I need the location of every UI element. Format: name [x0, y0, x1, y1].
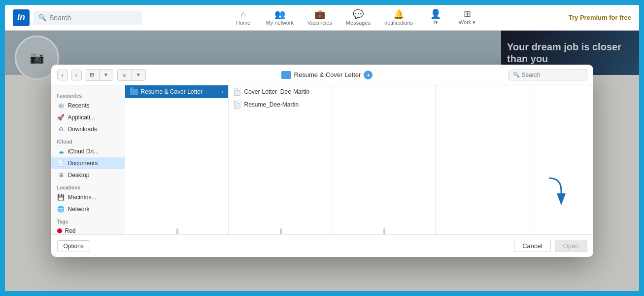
- view-toggle: ⊞ ▾: [85, 69, 113, 81]
- applications-icon: 🚀: [57, 113, 65, 121]
- search-input[interactable]: [49, 14, 137, 22]
- view-list-button[interactable]: ≡: [118, 70, 132, 80]
- doc-icon-cover: [234, 88, 241, 96]
- nav-item-home[interactable]: ⌂ Home: [229, 8, 258, 28]
- file-dialog: ‹ › ⊞ ▾ ≡ ▾ Resume & Cover Letter: [51, 65, 593, 257]
- linkedin-navbar: in 🔍 ⌂ Home 👥 My network 💼 Vacancies: [5, 5, 639, 31]
- file-item-resume-cover[interactable]: Resume & Cover Letter ›: [125, 85, 228, 98]
- sidebar-item-downloads[interactable]: ⊙ Downloads: [51, 123, 125, 135]
- nav-label-vacancies: Vacancies: [307, 20, 332, 26]
- nav-item-messages[interactable]: 💬 Messages: [340, 8, 376, 28]
- sidebar-section-icloud: iCloud: [51, 135, 125, 146]
- dialog-main: Resume & Cover Letter ›: [125, 85, 593, 234]
- nav-label-network: My network: [266, 20, 294, 26]
- back-button[interactable]: ‹: [57, 70, 68, 80]
- linkedin-logo[interactable]: in: [13, 9, 30, 26]
- downloads-icon: ⊙: [57, 125, 65, 133]
- sidebar-section-locations: Locations: [51, 181, 125, 191]
- footer-right: Cancel Open: [514, 240, 587, 252]
- col-resizer-3[interactable]: [383, 228, 385, 234]
- sidebar-item-macintosh[interactable]: 💾 Macintos...: [51, 191, 125, 203]
- view-grid-button[interactable]: ⊞: [85, 70, 99, 80]
- file-item-resume[interactable]: Resume_Dee-Martin: [229, 98, 332, 111]
- nav-item-notifications[interactable]: 🔔 notifications: [378, 8, 419, 28]
- me-icon: 👤: [430, 9, 441, 18]
- search-icon: 🔍: [513, 72, 520, 78]
- folder-icon: [130, 88, 138, 96]
- view-list-toggle: ≡ ▾: [117, 69, 146, 81]
- view-list-dropdown-button[interactable]: ▾: [132, 70, 145, 80]
- downloads-label: Downloads: [68, 126, 97, 133]
- col-resizer-1[interactable]: [176, 228, 178, 234]
- documents-icon: 📄: [57, 159, 65, 167]
- open-button[interactable]: Open: [555, 240, 587, 252]
- sidebar-item-desktop[interactable]: 🖥 Desktop: [51, 169, 125, 181]
- file-label-cover-letter: Cover-Letter_Dee-Martin: [244, 88, 310, 95]
- file-label-resume: Resume_Dee-Martin: [244, 101, 299, 108]
- nav-label-home: Home: [236, 20, 250, 26]
- forward-button[interactable]: ›: [71, 70, 82, 80]
- nav-label-notifications: notifications: [384, 20, 413, 26]
- nav-item-vacancies[interactable]: 💼 Vacancies: [302, 8, 338, 28]
- sidebar-item-recents[interactable]: ◎ Recents: [51, 100, 125, 111]
- work-icon: ⊞: [464, 9, 471, 18]
- dialog-toolbar: ‹ › ⊞ ▾ ≡ ▾ Resume & Cover Letter: [51, 65, 593, 85]
- cancel-button[interactable]: Cancel: [514, 240, 550, 252]
- dialog-sidebar: Favourites ◎ Recents 🚀 Applicati... ⊙: [51, 85, 125, 234]
- location-label: Resume & Cover Letter: [294, 71, 361, 78]
- file-column-4: [436, 85, 534, 234]
- hdd-icon: 💾: [57, 193, 65, 201]
- view-dropdown-button[interactable]: ▾: [99, 70, 113, 80]
- col-resizer-2[interactable]: [280, 228, 282, 234]
- arrow-indicator: [542, 176, 566, 207]
- linkedin-window: in 🔍 ⌂ Home 👥 My network 💼 Vacancies: [5, 5, 639, 291]
- file-column-1: Resume & Cover Letter ›: [125, 85, 229, 234]
- vacancies-icon: 💼: [314, 10, 325, 19]
- try-premium-button[interactable]: Try Premium for free: [569, 14, 631, 21]
- network-icon: 🌐: [57, 205, 65, 213]
- linkedin-search-bar[interactable]: 🔍: [34, 11, 142, 25]
- sidebar-item-documents[interactable]: 📄 Documents: [51, 157, 125, 169]
- nav-label-work: Work ▾: [459, 19, 476, 26]
- chevron-right-icon: ›: [221, 89, 223, 95]
- search-icon: 🔍: [38, 14, 46, 21]
- options-button[interactable]: Options: [57, 240, 90, 252]
- dialog-footer: Options Cancel Open: [51, 234, 593, 257]
- home-icon: ⌂: [240, 10, 246, 19]
- sidebar-item-network[interactable]: 🌐 Network: [51, 203, 125, 215]
- arrow-svg: [542, 176, 566, 205]
- doc-icon-resume: [234, 101, 241, 109]
- nav-label-messages: Messages: [346, 20, 371, 26]
- red-tag-dot: [57, 228, 62, 233]
- sidebar-section-favourites: Favourites: [51, 89, 125, 100]
- sidebar-item-tag-red[interactable]: Red: [51, 225, 125, 234]
- sidebar-item-applications[interactable]: 🚀 Applicati...: [51, 111, 125, 123]
- toolbar-search[interactable]: 🔍: [508, 70, 587, 80]
- notifications-icon: 🔔: [393, 10, 404, 19]
- messages-icon: 💬: [353, 10, 364, 19]
- sidebar-item-icloud[interactable]: ☁ iCloud Dri...: [51, 146, 125, 157]
- file-item-cover-letter[interactable]: Cover-Letter_Dee-Martin: [229, 85, 332, 98]
- desktop-icon: 🖥: [57, 171, 65, 179]
- network-icon: 👥: [274, 10, 285, 19]
- location-badge[interactable]: +: [364, 71, 373, 79]
- nav-item-network[interactable]: 👥 My network: [260, 8, 300, 28]
- file-column-3: [332, 85, 436, 234]
- nav-label-me: I▾: [434, 19, 438, 26]
- nav-item-me[interactable]: 👤 I▾: [421, 7, 450, 28]
- linkedin-content: 📷 Your dream job is closer than you ‹ ›: [5, 31, 639, 291]
- recents-icon: ◎: [57, 102, 65, 110]
- file-column-2: Cover-Letter_Dee-Martin Resume_Dee-Marti…: [229, 85, 332, 234]
- linkedin-background: in 🔍 ⌂ Home 👥 My network 💼 Vacancies: [0, 0, 644, 296]
- file-label-resume-cover: Resume & Cover Letter: [141, 88, 203, 95]
- sidebar-section-tags: Tags: [51, 215, 125, 225]
- dialog-overlay: ‹ › ⊞ ▾ ≡ ▾ Resume & Cover Letter: [5, 31, 639, 291]
- dialog-search-input[interactable]: [522, 72, 583, 78]
- nav-center: ⌂ Home 👥 My network 💼 Vacancies 💬 Messag…: [229, 7, 482, 28]
- icloud-icon: ☁: [57, 148, 65, 155]
- nav-item-work[interactable]: ⊞ Work ▾: [452, 7, 482, 28]
- toolbar-location: Resume & Cover Letter +: [149, 71, 506, 79]
- dialog-body: Favourites ◎ Recents 🚀 Applicati... ⊙: [51, 85, 593, 234]
- location-folder-icon: [281, 71, 291, 79]
